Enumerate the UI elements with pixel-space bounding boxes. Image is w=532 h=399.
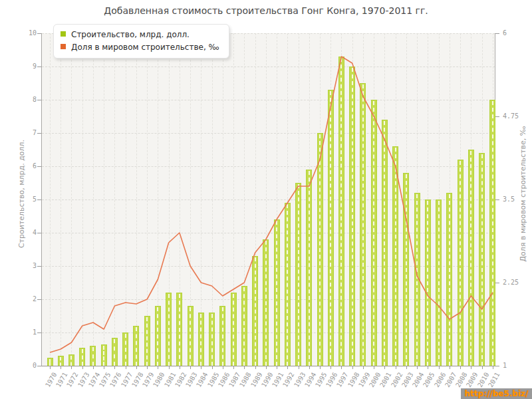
- x-tick: [460, 366, 461, 369]
- bar-stripe: [211, 314, 213, 366]
- bar: [144, 316, 150, 366]
- bar-stripe: [92, 347, 94, 366]
- bar: [58, 356, 64, 366]
- bar-stripe: [60, 357, 61, 366]
- bar-stripe: [125, 334, 126, 366]
- bar: [101, 344, 107, 366]
- y-tick-label-left: 0: [6, 361, 37, 370]
- y-tick-label-left: 3: [6, 261, 37, 271]
- bar-stripe: [157, 307, 158, 366]
- bar-stripe: [298, 184, 299, 366]
- x-tick: [169, 366, 170, 369]
- y-axis-title-left: Строительство, млрд. долл.: [17, 28, 26, 360]
- bar: [188, 306, 194, 366]
- bar-stripe: [243, 287, 245, 366]
- bar: [122, 332, 128, 366]
- bar: [371, 100, 377, 366]
- bar-stripe: [395, 148, 396, 366]
- x-tick: [50, 366, 51, 369]
- bar-stripe: [406, 174, 407, 366]
- bar: [317, 133, 323, 366]
- x-tick: [61, 366, 61, 369]
- bar: [295, 183, 301, 366]
- x-tick: [201, 366, 201, 369]
- legend-item-label: Строительство, млрд. долл.: [71, 30, 190, 39]
- y-tick: [37, 100, 41, 100]
- x-tick: [233, 366, 234, 369]
- x-tick: [126, 366, 126, 369]
- watermark-link[interactable]: http://be5.biz/: [461, 388, 532, 399]
- bar: [360, 83, 366, 366]
- gridline-h: [42, 133, 495, 134]
- bar-stripe: [427, 201, 428, 366]
- gridline-v: [93, 33, 94, 366]
- bar-stripe: [179, 294, 180, 366]
- x-tick: [384, 366, 385, 369]
- bar-stripe: [49, 359, 51, 366]
- x-tick: [439, 366, 440, 369]
- x-tick: [374, 366, 374, 369]
- x-tick: [493, 366, 493, 369]
- x-tick: [471, 366, 471, 369]
- legend-item: Строительство, млрд. долл.: [61, 29, 219, 41]
- bar-stripe: [449, 194, 450, 366]
- bar: [489, 100, 495, 366]
- x-tick: [114, 366, 115, 369]
- y-tick: [495, 33, 499, 34]
- bar: [209, 313, 215, 366]
- gridline-v: [114, 33, 115, 366]
- x-tick: [136, 366, 137, 369]
- bar-stripe: [200, 314, 201, 366]
- x-tick: [180, 366, 180, 369]
- bar: [468, 150, 474, 366]
- gridline-v: [50, 33, 51, 366]
- bar: [274, 219, 280, 366]
- bar: [241, 286, 247, 366]
- bar-stripe: [438, 201, 440, 366]
- x-tick: [244, 366, 245, 369]
- x-tick: [341, 366, 342, 369]
- bar: [328, 90, 334, 366]
- bar: [425, 200, 431, 366]
- gridline-v: [82, 33, 83, 366]
- gridline-h: [42, 100, 495, 100]
- x-tick: [320, 366, 321, 369]
- gridline-v: [104, 33, 104, 366]
- x-tick: [352, 366, 353, 369]
- x-tick: [428, 366, 428, 369]
- bar-stripe: [319, 134, 321, 366]
- bar: [285, 203, 291, 366]
- x-tick: [147, 366, 148, 369]
- x-tick: [277, 366, 277, 369]
- y-tick: [37, 332, 41, 333]
- y-axis-title-right: Доля в мировом строительстве, ‰: [519, 28, 527, 360]
- bar-stripe: [265, 241, 267, 366]
- bar-stripe: [460, 161, 461, 366]
- y-tick-label-right: 6: [503, 29, 532, 38]
- x-tick: [212, 366, 213, 369]
- bar-stripe: [416, 194, 418, 366]
- bar: [155, 306, 161, 366]
- bar-stripe: [384, 121, 385, 366]
- gridline-v: [126, 33, 126, 366]
- x-tick: [223, 366, 223, 369]
- bar: [198, 313, 204, 366]
- bar: [231, 293, 237, 366]
- bar: [479, 153, 485, 366]
- bar-stripe: [168, 294, 170, 366]
- y-tick: [495, 116, 499, 117]
- bar: [79, 348, 85, 366]
- x-tick: [255, 366, 256, 369]
- gridline-h: [42, 166, 495, 167]
- y-tick-label-left: 1: [6, 328, 37, 337]
- bar-stripe: [276, 221, 277, 366]
- bar: [90, 346, 96, 366]
- y-tick: [37, 33, 41, 34]
- bar-stripe: [233, 294, 234, 366]
- y-tick: [37, 233, 41, 233]
- bar: [446, 193, 452, 366]
- x-tick: [331, 366, 331, 369]
- bar: [458, 160, 464, 366]
- x-tick: [309, 366, 310, 369]
- x-tick: [482, 366, 483, 369]
